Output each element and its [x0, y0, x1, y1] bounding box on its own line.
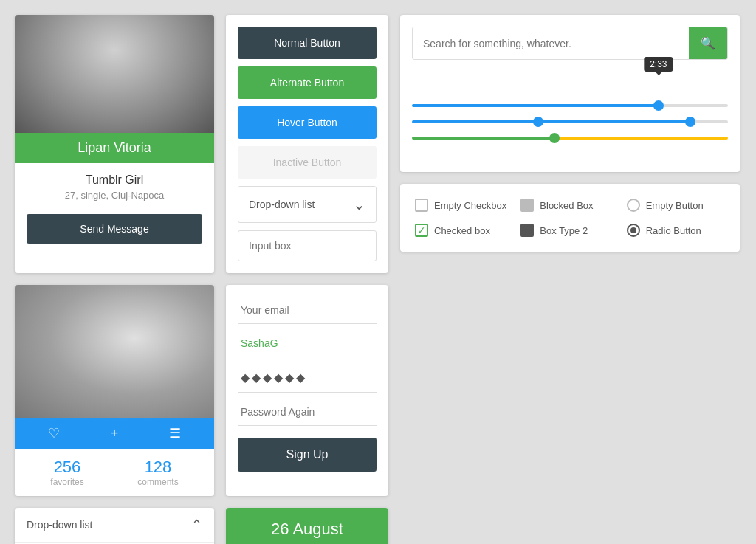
photo-container [15, 285, 214, 418]
calendar-card: 26 August S M T W T F S 29 30 1 2 3 4 5 [226, 508, 388, 544]
checkbox-card: Empty Checkbox Blocked Box Empty Button … [400, 184, 740, 252]
menu-button[interactable]: ☰ [169, 425, 181, 441]
slider-track-2 [412, 120, 728, 123]
comments-count: 128 [137, 458, 178, 477]
box-type2 [520, 224, 534, 237]
empty-button-item: Empty Button [627, 199, 725, 212]
email-field[interactable] [238, 297, 377, 324]
slider-thumb-2b[interactable] [685, 117, 695, 127]
slider-track-3 [412, 137, 728, 140]
password-display: ◆◆◆◆◆◆ [238, 363, 377, 393]
dropdown-label: Drop-down list [249, 199, 315, 210]
favorites-count: 256 [50, 458, 83, 477]
right-column: 🔍 2:33 [400, 15, 740, 273]
chevron-down-icon: ⌄ [353, 196, 365, 213]
slider-1[interactable]: 2:33 [412, 104, 728, 107]
slider-track-1 [412, 104, 728, 107]
dropdown-list-label: Drop-down list [27, 519, 92, 531]
empty-checkbox-label: Empty Checkbox [434, 200, 506, 211]
slider-thumb-3[interactable] [549, 133, 560, 143]
dropdown-button[interactable]: Drop-down list ⌄ [238, 186, 377, 223]
profile-image [15, 15, 214, 133]
profile-card: Lipan Vitoria Tumblr Girl 27, single, Cl… [15, 15, 214, 273]
radio-button-label: Radio Button [646, 225, 701, 236]
main-container: Lipan Vitoria Tumblr Girl 27, single, Cl… [15, 15, 741, 544]
radio-button-item: Radio Button [627, 224, 725, 237]
dropdown-header[interactable]: Drop-down list ⌃ [15, 508, 214, 543]
buttons-card: Normal Button Alternate Button Hover But… [226, 15, 388, 273]
blocked-box-item: Blocked Box [520, 199, 619, 212]
input-box[interactable] [238, 230, 377, 261]
photo-image [15, 285, 214, 418]
slider-tooltip: 2:33 [644, 57, 673, 72]
radio-dot [630, 227, 636, 233]
password-again-field[interactable] [238, 399, 377, 426]
inactive-button: Inactive Button [238, 146, 377, 179]
radio-button[interactable] [627, 224, 640, 237]
slider-3[interactable] [412, 137, 728, 140]
search-bar[interactable]: 🔍 [412, 27, 728, 60]
comments-stat: 128 comments [137, 458, 178, 487]
calendar-header: 26 August [226, 508, 388, 544]
slider-2[interactable] [412, 120, 728, 123]
checkbox-grid: Empty Checkbox Blocked Box Empty Button … [415, 199, 725, 237]
empty-checkbox-item: Empty Checkbox [415, 199, 513, 212]
top-row: Lipan Vitoria Tumblr Girl 27, single, Cl… [15, 15, 741, 273]
box-type2-label: Box Type 2 [540, 225, 588, 236]
photo-actions: ♡ + ☰ [15, 418, 214, 449]
slider-thumb-1[interactable] [653, 100, 664, 111]
alternate-button[interactable]: Alternate Button [238, 66, 377, 99]
blocked-box-label: Blocked Box [540, 200, 593, 211]
favorite-button[interactable]: ♡ [48, 425, 60, 441]
send-message-button[interactable]: Send Message [27, 214, 202, 244]
normal-button[interactable]: Normal Button [238, 27, 377, 59]
bottom-row: Drop-down list ⌃ Suceava Cluj-Napoca Buc… [15, 285, 741, 544]
profile-name: Lipan Vitoria [15, 133, 214, 163]
checked-box-item: ✓ Checked box [415, 224, 513, 237]
empty-checkbox[interactable] [415, 199, 428, 212]
profile-subtitle: 27, single, Cluj-Napoca [22, 190, 207, 201]
comments-label: comments [137, 477, 178, 487]
profile-title: Tumblr Girl [22, 173, 207, 187]
profile-photo [15, 15, 214, 133]
favorites-stat: 256 favorites [50, 458, 83, 487]
sign-up-button[interactable]: Sign Up [238, 438, 377, 472]
photo-action-card: ♡ + ☰ 256 favorites 128 comments [15, 285, 214, 496]
checked-box-label: Checked box [434, 225, 490, 236]
empty-radio[interactable] [627, 199, 640, 212]
username-field[interactable] [238, 330, 377, 357]
blocked-box [520, 199, 534, 212]
search-button[interactable]: 🔍 [689, 27, 727, 59]
search-input[interactable] [413, 29, 689, 58]
signup-card: ◆◆◆◆◆◆ Sign Up [226, 285, 388, 496]
chevron-up-icon: ⌃ [191, 517, 202, 533]
checked-checkbox[interactable]: ✓ [415, 224, 428, 237]
empty-button-label: Empty Button [646, 200, 704, 211]
dropdown-list-card: Drop-down list ⌃ Suceava Cluj-Napoca Buc… [15, 508, 214, 544]
slider-thumb-2a[interactable] [533, 117, 543, 127]
add-button[interactable]: + [111, 425, 119, 441]
favorites-label: favorites [50, 477, 83, 487]
profile-info: Tumblr Girl 27, single, Cluj-Napoca [15, 163, 214, 205]
photo-stats: 256 favorites 128 comments [15, 449, 214, 496]
box-type2-item: Box Type 2 [520, 224, 619, 237]
search-slider-card: 🔍 2:33 [400, 15, 740, 172]
sliders-area: 2:33 [412, 75, 728, 160]
hover-button[interactable]: Hover Button [238, 106, 377, 139]
